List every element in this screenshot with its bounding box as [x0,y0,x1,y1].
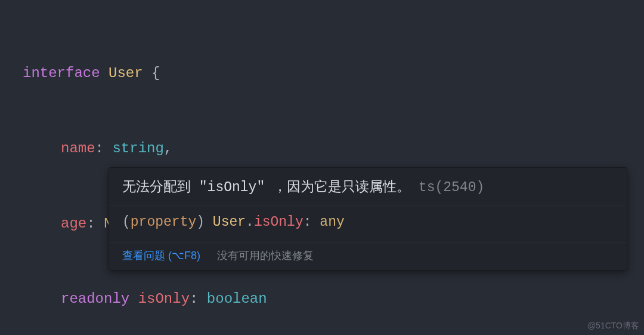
prop-age: age [61,216,86,232]
prop-isonly: isOnly [138,291,190,307]
type-string: string [112,140,163,156]
hover-action-bar: 查看问题 (⌥F8) 没有可用的快速修复 [109,242,627,270]
type-name: User [109,65,143,81]
code-line-2: name: string, [23,136,644,161]
brace-open: { [151,65,160,81]
keyword-readonly: readonly [61,291,129,307]
code-line-1: interface User { [23,61,644,86]
symbol-signature: (property) User.isOnly: any [109,205,627,242]
view-problem-link[interactable]: 查看问题 (⌥F8) [122,248,200,263]
error-hover-tooltip[interactable]: 无法分配到 "isOnly" ，因为它是只读属性。 ts(2540) (prop… [109,167,627,271]
no-quick-fix-label: 没有可用的快速修复 [217,248,314,263]
keyword-interface: interface [23,65,100,81]
watermark: @51CTO博客 [587,321,639,331]
error-message: 无法分配到 "isOnly" ，因为它是只读属性。 ts(2540) [109,168,627,205]
error-code: ts(2540) [419,180,484,195]
type-boolean: boolean [207,291,267,307]
code-line-4: readonly isOnly: boolean [23,287,644,312]
prop-name: name [61,140,95,156]
